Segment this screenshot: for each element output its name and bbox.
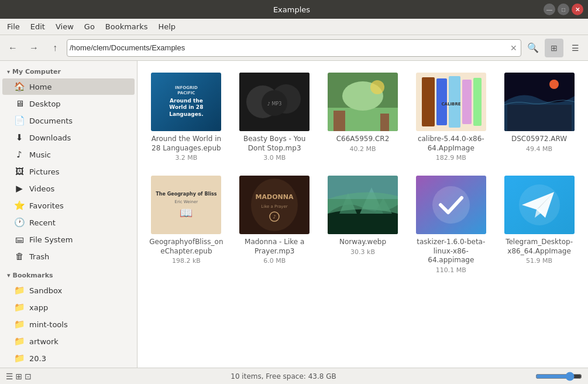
up-button[interactable]: ↑ bbox=[46, 39, 64, 57]
file-item-cr2[interactable]: C66A5959.CR2 40.2 MB bbox=[321, 68, 405, 166]
file-thumb-arw bbox=[504, 73, 575, 131]
titlebar: Examples — □ ✕ bbox=[0, 0, 588, 19]
menu-item-bookmarks[interactable]: Bookmarks bbox=[101, 20, 153, 33]
sidebar-item-pictures[interactable]: 🖼 Pictures bbox=[2, 163, 135, 180]
file-item-epub1[interactable]: INFOGRID PACIFIC Around the World in 28 … bbox=[145, 68, 228, 166]
menu-item-file[interactable]: File bbox=[2, 20, 25, 33]
file-item-calibre[interactable]: CALIBRE calibre-5.44.0-x86-64.AppImage 1… bbox=[409, 68, 493, 166]
sidebar-item-mint-tools[interactable]: 📁 mint-tools bbox=[2, 316, 135, 332]
favorites-icon: ⭐ bbox=[14, 200, 25, 211]
close-button[interactable]: ✕ bbox=[572, 4, 583, 15]
bookmarks-arrow: ▾ bbox=[7, 272, 11, 279]
recent-icon: 🕐 bbox=[14, 217, 25, 228]
minimize-button[interactable]: — bbox=[544, 4, 555, 15]
menu-item-edit[interactable]: Edit bbox=[26, 20, 50, 33]
sidebar-item-filesystem[interactable]: 🖴 File System bbox=[2, 231, 135, 248]
file-item-taskizer[interactable]: taskizer-1.6.0-beta-linux-x86-64.appimag… bbox=[409, 171, 493, 279]
sidebar-item-artwork[interactable]: 📁 artwork bbox=[2, 333, 135, 349]
file-name-telegram: Telegram_Desktop-x86_64.AppImage bbox=[502, 238, 576, 256]
svg-text:MADONNA: MADONNA bbox=[256, 193, 294, 201]
file-item-arw[interactable]: DSC05972.ARW 49.4 MB bbox=[497, 68, 581, 166]
file-item-webp[interactable]: Norway.webp 30.3 kB bbox=[321, 171, 405, 279]
svg-point-8 bbox=[370, 80, 384, 94]
svg-rect-15 bbox=[462, 80, 472, 124]
computer-arrow: ▾ bbox=[7, 68, 10, 75]
file-name-webp: Norway.webp bbox=[339, 238, 386, 247]
sidebar-label-favorites: Favorites bbox=[29, 201, 64, 210]
file-thumb-calibre: CALIBRE bbox=[416, 73, 486, 131]
sidebar-label-203: 20.3 bbox=[29, 354, 46, 363]
file-thumb-cr2 bbox=[328, 73, 398, 131]
search-button[interactable]: 🔍 bbox=[524, 39, 542, 57]
sidebar-item-desktop[interactable]: 🖥 Desktop bbox=[2, 95, 135, 112]
sidebar-item-favorites[interactable]: ⭐ Favorites bbox=[2, 197, 135, 214]
address-bar: ✕ bbox=[67, 39, 521, 57]
file-size-taskizer: 110.1 MB bbox=[436, 266, 466, 274]
sidebar-label-downloads: Downloads bbox=[29, 133, 71, 142]
maximize-button[interactable]: □ bbox=[558, 4, 569, 15]
zoom-slider[interactable] bbox=[535, 372, 582, 381]
sidebar-item-sandbox[interactable]: 📁 Sandbox bbox=[2, 282, 135, 299]
statusbar-icon-3[interactable]: ⊡ bbox=[25, 372, 32, 381]
file-name-calibre: calibre-5.44.0-x86-64.AppImage bbox=[414, 135, 488, 153]
menubar: FileEditViewGoBookmarksHelp bbox=[0, 19, 588, 35]
file-item-telegram[interactable]: Telegram_Desktop-x86_64.AppImage 51.9 MB bbox=[497, 171, 581, 279]
svg-text:CALIBRE: CALIBRE bbox=[441, 102, 460, 107]
sidebar-item-203[interactable]: 📁 20.3 bbox=[2, 350, 135, 366]
svg-rect-10 bbox=[380, 114, 389, 131]
sidebar-label-home: Home bbox=[29, 83, 51, 91]
file-thumb-telegram bbox=[504, 176, 575, 234]
sidebar-item-xapp[interactable]: 📁 xapp bbox=[2, 299, 135, 316]
titlebar-controls: — □ ✕ bbox=[544, 4, 583, 15]
sidebar-item-trash[interactable]: 🗑 Trash bbox=[2, 248, 135, 265]
file-size-mp3-madonna: 6.0 MB bbox=[263, 257, 286, 265]
sidebar-item-home[interactable]: 🏠 Home bbox=[2, 78, 135, 95]
file-size-telegram: 51.9 MB bbox=[526, 257, 552, 265]
statusbar-icon-1[interactable]: ☰ bbox=[6, 372, 13, 381]
desktop-icon: 🖥 bbox=[14, 98, 25, 109]
folder-203-icon: 📁 bbox=[14, 353, 25, 364]
menu-item-help[interactable]: Help bbox=[153, 20, 180, 33]
file-name-cr2: C66A5959.CR2 bbox=[336, 135, 390, 144]
sidebar-item-music[interactable]: ♪ Music bbox=[2, 146, 135, 163]
file-thumb-webp bbox=[328, 176, 398, 234]
file-item-mp3-beasty[interactable]: ♪ MP3 Beasty Boys - You Dont Stop.mp3 3.… bbox=[233, 68, 317, 166]
bookmarks-section-label: Bookmarks bbox=[13, 272, 53, 279]
sidebar-label-recent: Recent bbox=[29, 218, 56, 227]
svg-point-20 bbox=[549, 80, 559, 89]
trash-icon: 🗑 bbox=[14, 251, 25, 262]
file-item-mp3-madonna[interactable]: MADONNA Like a Prayer ♪ Madonna - Like a… bbox=[233, 171, 317, 279]
menu-item-go[interactable]: Go bbox=[80, 20, 99, 33]
sidebar-label-desktop: Desktop bbox=[29, 100, 61, 108]
folder-sandbox-icon: 📁 bbox=[14, 285, 25, 296]
menu-item-view[interactable]: View bbox=[51, 20, 78, 33]
sidebar-item-recent[interactable]: 🕐 Recent bbox=[2, 214, 135, 231]
bookmarks-section[interactable]: ▾ Bookmarks bbox=[0, 267, 137, 282]
file-name-epub2: GeographyofBliss_oneChapter.epub bbox=[149, 238, 223, 256]
sidebar-item-videos[interactable]: ▶ Videos bbox=[2, 180, 135, 197]
computer-section[interactable]: ▾ My Computer bbox=[0, 63, 137, 78]
file-size-calibre: 182.9 MB bbox=[436, 154, 466, 162]
file-thumb-mp3-madonna: MADONNA Like a Prayer ♪ bbox=[239, 176, 310, 234]
statusbar-icon-2[interactable]: ⊞ bbox=[16, 372, 23, 381]
sidebar-label-videos: Videos bbox=[29, 184, 54, 193]
main-area: ▾ My Computer 🏠 Home 🖥 Desktop 📄 Documen… bbox=[0, 61, 588, 368]
file-thumb-epub2: The Geography of Bliss Eric Weiner 📖 bbox=[151, 176, 221, 234]
sidebar-item-documents[interactable]: 📄 Documents bbox=[2, 112, 135, 129]
file-size-mp3-beasty: 3.0 MB bbox=[263, 154, 286, 162]
file-name-arw: DSC05972.ARW bbox=[511, 135, 567, 144]
view-list-button[interactable]: ☰ bbox=[566, 39, 584, 57]
address-input[interactable] bbox=[70, 43, 509, 52]
file-thumb-taskizer bbox=[416, 176, 486, 234]
view-grid-button[interactable]: ⊞ bbox=[545, 39, 563, 57]
file-item-epub2[interactable]: The Geography of Bliss Eric Weiner 📖 Geo… bbox=[145, 171, 228, 279]
sidebar-item-downloads[interactable]: ⬇ Downloads bbox=[2, 129, 135, 146]
forward-button[interactable]: → bbox=[25, 39, 43, 57]
address-clear-button[interactable]: ✕ bbox=[509, 42, 518, 54]
sidebar-label-artwork: artwork bbox=[29, 337, 59, 346]
folder-mint-tools-icon: 📁 bbox=[14, 319, 25, 330]
file-size-epub1: 3.2 MB bbox=[175, 154, 197, 162]
svg-rect-12 bbox=[422, 77, 435, 126]
statusbar: ☰ ⊞ ⊡ 10 items, Free space: 43.8 GB bbox=[0, 368, 588, 384]
back-button[interactable]: ← bbox=[4, 39, 22, 57]
